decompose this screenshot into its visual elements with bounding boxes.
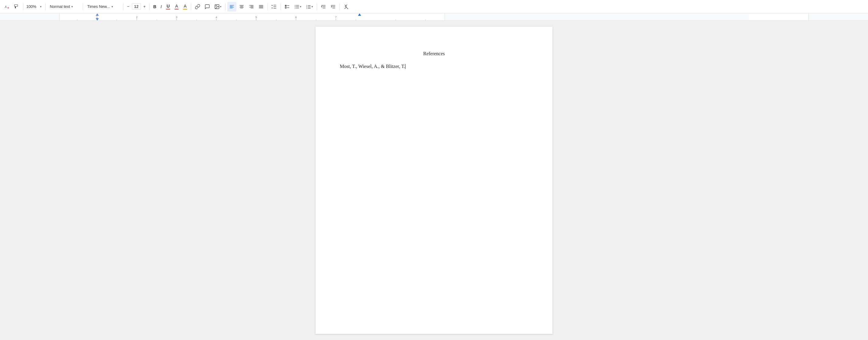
font-color-label: A: [175, 4, 178, 8]
svg-rect-2: [15, 6, 16, 8]
separator-6: [191, 3, 191, 10]
align-center-icon: [239, 4, 244, 9]
paint-format-icon: [14, 4, 20, 9]
highlight-bar: [183, 9, 187, 10]
reference-text-line[interactable]: Most, T., Wiesel, A., & Blitzer, T.: [340, 64, 528, 69]
numbered-list-icon: 1. 2. 3.: [306, 4, 311, 9]
font-size-plus: +: [144, 4, 146, 9]
reference-text-content: Most, T., Wiesel, A., & Blitzer, T.: [340, 64, 405, 69]
underline-label: U: [166, 4, 169, 8]
separator-7: [225, 3, 225, 10]
text-style-label: Normal text: [50, 4, 70, 9]
separator-5: [149, 3, 150, 10]
text-cursor: [405, 64, 405, 69]
left-margin-top-indicator: [96, 13, 99, 16]
document-area: References Most, T., Wiesel, A., & Blitz…: [0, 21, 868, 340]
bullet-list-chevron: ▾: [300, 5, 302, 8]
decrease-indent-button[interactable]: [319, 2, 328, 11]
link-icon: [195, 4, 200, 9]
svg-text:4: 4: [215, 16, 217, 19]
svg-rect-47: [0, 13, 59, 21]
font-family-label: Times New...: [87, 4, 110, 9]
ruler-inner: 1 2 3 4 5 6 7: [0, 13, 868, 20]
decrease-indent-icon: [321, 4, 326, 9]
spelling-icon: A: [4, 4, 10, 9]
svg-rect-1: [14, 5, 18, 6]
svg-text:6: 6: [295, 16, 297, 19]
right-margin-indicator: [358, 13, 361, 16]
text-style-chevron: ▾: [71, 5, 73, 8]
clear-format-icon: [343, 4, 349, 9]
svg-point-30: [295, 6, 296, 7]
image-chevron: ▾: [220, 5, 222, 8]
align-left-button[interactable]: [227, 2, 237, 11]
paint-format-button[interactable]: [12, 2, 21, 11]
italic-label: I: [160, 4, 162, 9]
svg-point-32: [295, 8, 296, 8]
zoom-value: 100%: [25, 4, 37, 9]
align-left-icon: [229, 4, 235, 9]
text-style-dropdown[interactable]: Normal text ▾: [48, 2, 81, 11]
separator-8: [268, 3, 268, 10]
numbered-list-button[interactable]: 1. 2. 3. ▾: [304, 2, 315, 11]
zoom-dropdown-button[interactable]: ▾: [38, 2, 43, 11]
references-heading: References: [340, 51, 528, 57]
font-size-minus: −: [127, 4, 129, 9]
separator-2: [45, 3, 45, 10]
font-size-decrease-button[interactable]: −: [125, 2, 131, 11]
font-family-chevron: ▾: [112, 5, 113, 8]
spelling-check-button[interactable]: A: [2, 2, 11, 11]
font-color-button[interactable]: A: [173, 2, 181, 11]
increase-indent-icon: [330, 4, 336, 9]
underline-button[interactable]: U: [164, 2, 172, 11]
svg-text:3.: 3.: [306, 7, 308, 9]
comment-icon: [205, 4, 210, 9]
align-justify-icon: [258, 4, 264, 9]
clear-format-button[interactable]: [342, 2, 351, 11]
image-button[interactable]: ▾: [212, 2, 223, 11]
bullet-list-button[interactable]: ▾: [292, 2, 303, 11]
underline-bar: [166, 9, 170, 9]
numbered-list-chevron: ▾: [312, 5, 313, 8]
highlight-label: A: [184, 4, 187, 8]
align-right-button[interactable]: [247, 2, 256, 11]
separator-3: [83, 3, 83, 10]
underline-wrapper: U: [166, 4, 170, 9]
image-icon: [214, 4, 220, 9]
font-size-increase-button[interactable]: +: [142, 2, 148, 11]
ruler-svg: 1 2 3 4 5 6 7: [0, 13, 868, 21]
svg-rect-49: [445, 13, 749, 21]
svg-point-4: [216, 5, 216, 6]
highlight-wrapper: A: [183, 4, 187, 10]
font-size-section: − +: [125, 2, 147, 11]
svg-text:5: 5: [255, 16, 257, 19]
increase-indent-button[interactable]: [329, 2, 338, 11]
align-center-button[interactable]: [237, 2, 246, 11]
line-spacing-icon: [271, 4, 277, 9]
link-button[interactable]: [193, 2, 202, 11]
toolbar: A 100% ▾ Normal text ▾ Times New... ▾ −: [0, 0, 868, 13]
separator-10: [317, 3, 317, 10]
bullet-list-icon: [294, 4, 300, 9]
bold-button[interactable]: B: [151, 2, 158, 11]
checklist-icon: [284, 4, 290, 9]
separator-4: [123, 3, 123, 10]
comment-button[interactable]: [203, 2, 212, 11]
font-size-input[interactable]: [132, 3, 141, 10]
svg-text:A: A: [5, 5, 7, 8]
checklist-button[interactable]: [283, 2, 292, 11]
svg-text:7: 7: [335, 16, 336, 19]
svg-rect-48: [59, 13, 60, 21]
svg-point-28: [295, 5, 296, 5]
line-spacing-button[interactable]: [270, 2, 279, 11]
highlight-button[interactable]: A: [181, 2, 189, 11]
svg-text:3: 3: [176, 16, 177, 19]
align-justify-button[interactable]: [256, 2, 266, 11]
italic-button[interactable]: I: [159, 2, 163, 11]
align-right-icon: [249, 4, 254, 9]
document-page: References Most, T., Wiesel, A., & Blitz…: [315, 27, 553, 334]
left-margin-bottom-indicator: [96, 18, 99, 21]
font-color-wrapper: A: [175, 4, 179, 9]
font-family-dropdown[interactable]: Times New... ▾: [85, 2, 121, 11]
font-color-bar: [175, 9, 179, 9]
